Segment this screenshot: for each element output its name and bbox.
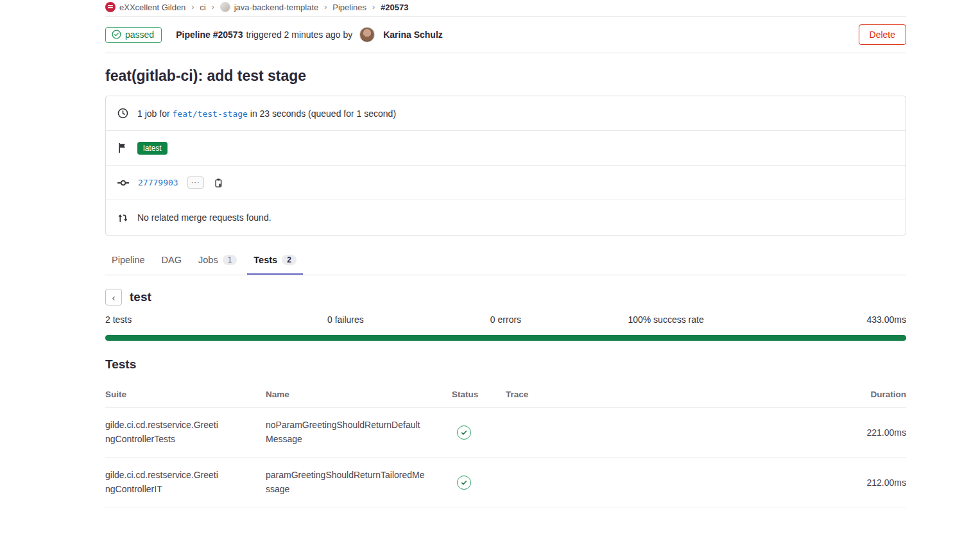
author-name[interactable]: Karina Schulz xyxy=(383,30,443,40)
pipeline-info-box: 1 job for feat/test-stage in 23 seconds … xyxy=(105,96,906,236)
pipeline-number: Pipeline #20573 xyxy=(176,30,243,40)
status-success-icon xyxy=(457,425,471,440)
tab-pipeline-label: Pipeline xyxy=(112,255,145,265)
tests-table: Suite Name Status Trace Duration gilde.c… xyxy=(105,383,906,508)
pipeline-tabs: Pipeline DAG Jobs 1 Tests 2 xyxy=(105,247,906,275)
tab-pipeline[interactable]: Pipeline xyxy=(105,247,151,275)
back-button[interactable]: ‹ xyxy=(105,289,122,305)
suite-name: test xyxy=(130,290,151,304)
column-duration: Duration xyxy=(829,390,906,399)
commit-icon xyxy=(117,177,129,189)
table-row: gilde.ci.cd.restservice.GreetingControll… xyxy=(105,458,906,508)
job-duration-row: 1 job for feat/test-stage in 23 seconds … xyxy=(106,96,906,131)
pipeline-status-label: passed xyxy=(125,30,154,40)
flag-icon xyxy=(117,142,128,153)
breadcrumb-pipelines[interactable]: Pipelines xyxy=(332,3,366,12)
copy-commit-icon[interactable] xyxy=(213,178,223,188)
tests-table-header: Suite Name Status Trace Duration xyxy=(105,383,906,408)
merge-requests-text: No related merge requests found. xyxy=(137,212,271,223)
tests-heading: Tests xyxy=(105,357,906,372)
check-circle-icon xyxy=(112,30,121,39)
merge-request-icon xyxy=(117,212,128,223)
test-duration-cell: 221.00ms xyxy=(829,427,906,438)
commit-row: 27779903 ··· xyxy=(106,166,906,200)
breadcrumb-project[interactable]: java-backend-template xyxy=(220,2,319,12)
clock-icon xyxy=(117,108,128,119)
summary-duration: 433.00ms xyxy=(746,314,906,325)
pipeline-triggered-text: triggered 2 minutes ago by xyxy=(246,30,352,40)
column-name: Name xyxy=(266,390,452,399)
suite-summary: 2 tests 0 failures 0 errors 100% success… xyxy=(105,314,906,325)
latest-badge[interactable]: latest xyxy=(137,142,168,155)
status-success-icon xyxy=(457,476,471,490)
pipeline-title: Pipeline #20573 triggered 2 minutes ago … xyxy=(176,27,443,42)
author-avatar[interactable] xyxy=(359,27,375,42)
success-progress-bar xyxy=(105,335,906,341)
breadcrumb-separator: › xyxy=(372,3,375,12)
commit-title: feat(gitlab-ci): add test stage xyxy=(105,67,906,85)
project-avatar-icon xyxy=(220,2,230,12)
tests-count-badge: 2 xyxy=(282,255,297,265)
breadcrumb-subgroup[interactable]: ci xyxy=(200,3,205,12)
breadcrumb-group[interactable]: eXXcellent Gilden xyxy=(105,2,185,12)
latest-row: latest xyxy=(106,131,906,166)
suite-header: ‹ test xyxy=(105,289,906,305)
branch-link[interactable]: feat/test-stage xyxy=(172,109,247,119)
merge-requests-row: No related merge requests found. xyxy=(106,200,906,235)
tab-dag-label: DAG xyxy=(162,255,182,265)
test-name-cell: paramGreetingShouldReturnTailoredMessage xyxy=(266,468,426,496)
breadcrumb-separator: › xyxy=(324,3,327,12)
success-progress-fill xyxy=(105,335,906,341)
breadcrumb-separator: › xyxy=(212,3,214,12)
test-status-cell xyxy=(452,476,506,490)
test-duration-cell: 212.00ms xyxy=(829,477,906,488)
tab-tests[interactable]: Tests 2 xyxy=(247,247,303,275)
job-duration-text: 1 job for feat/test-stage in 23 seconds … xyxy=(137,108,396,119)
jobs-count-badge: 1 xyxy=(223,255,237,265)
job-time-text: in 23 seconds (queued for 1 second) xyxy=(250,108,396,119)
breadcrumb: eXXcellent Gilden › ci › java-backend-te… xyxy=(105,0,906,17)
breadcrumb-pipeline-id: #20573 xyxy=(381,3,408,12)
test-name-cell: noParamGreetingShouldReturnDefaultMessag… xyxy=(266,418,426,446)
breadcrumb-pipelines-label: Pipelines xyxy=(332,3,366,12)
test-status-cell xyxy=(452,425,506,440)
breadcrumb-separator: › xyxy=(191,3,194,12)
pipeline-status-badge[interactable]: passed xyxy=(105,27,162,43)
summary-success-rate: 100% success rate xyxy=(586,314,746,325)
commit-sha-link[interactable]: 27779903 xyxy=(138,178,178,187)
job-count-text: 1 job for xyxy=(137,108,170,119)
test-suite-cell: gilde.ci.cd.restservice.GreetingControll… xyxy=(105,468,219,496)
pipeline-header: passed Pipeline #20573 triggered 2 minut… xyxy=(105,17,906,53)
tab-jobs-label: Jobs xyxy=(198,255,218,265)
test-suite-cell: gilde.ci.cd.restservice.GreetingControll… xyxy=(105,418,219,446)
column-trace: Trace xyxy=(506,390,829,399)
table-row: gilde.ci.cd.restservice.GreetingControll… xyxy=(105,408,906,458)
breadcrumb-group-label: eXXcellent Gilden xyxy=(119,3,185,12)
pipeline-page: eXXcellent Gilden › ci › java-backend-te… xyxy=(105,0,906,508)
summary-errors: 0 errors xyxy=(426,314,586,325)
summary-tests: 2 tests xyxy=(105,314,266,325)
delete-button[interactable]: Delete xyxy=(859,24,906,45)
tab-dag[interactable]: DAG xyxy=(155,247,188,275)
group-avatar-icon xyxy=(105,2,116,12)
column-suite: Suite xyxy=(105,390,266,399)
chevron-left-icon: ‹ xyxy=(112,293,116,302)
summary-failures: 0 failures xyxy=(266,314,426,325)
expand-commit-button[interactable]: ··· xyxy=(187,176,204,189)
column-status: Status xyxy=(452,390,506,399)
breadcrumb-project-label: java-backend-template xyxy=(234,3,319,12)
breadcrumb-subgroup-label: ci xyxy=(200,3,205,12)
tab-jobs[interactable]: Jobs 1 xyxy=(192,247,243,275)
tab-tests-label: Tests xyxy=(254,255,277,265)
